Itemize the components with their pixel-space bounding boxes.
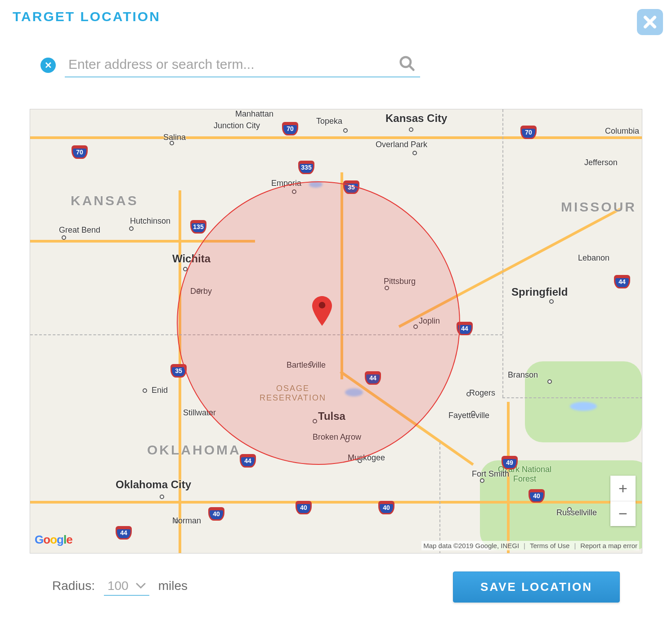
city-dot <box>129 226 134 231</box>
map-highway <box>30 501 642 504</box>
radius-select[interactable]: 100 <box>104 579 149 596</box>
shield-i40: 40 <box>529 489 545 503</box>
city-russellville: Russellville <box>556 508 597 518</box>
city-jefferson: Jefferson <box>584 158 618 167</box>
city-fort-smith: Fort Smith <box>472 469 509 479</box>
city-dot <box>160 495 164 499</box>
map-highway <box>30 136 642 139</box>
city-norman: Norman <box>172 516 201 526</box>
terms-link[interactable]: Terms of Use <box>530 542 569 549</box>
city-oklahoma-city: Oklahoma City <box>116 478 191 491</box>
state-label-missouri: MISSOUR <box>561 199 636 215</box>
city-manhattan: Manhattan <box>235 109 273 119</box>
city-springfield: Springfield <box>511 286 568 298</box>
radius-value: 100 <box>108 579 129 593</box>
city-dot <box>480 478 484 483</box>
close-button[interactable] <box>637 9 663 35</box>
clear-icon: ✕ <box>45 60 52 71</box>
city-dot <box>62 235 66 240</box>
radius-unit: miles <box>158 579 188 593</box>
city-branson: Branson <box>508 370 538 380</box>
shield-i44: 44 <box>240 454 256 468</box>
shield-i70: 70 <box>282 122 298 135</box>
city-overland-park: Overland Park <box>376 140 427 149</box>
city-dot <box>143 388 147 393</box>
close-icon <box>641 13 659 32</box>
chevron-down-icon <box>136 583 146 589</box>
city-hutchinson: Hutchinson <box>130 216 170 226</box>
dialog-title: TARGET LOCATION <box>9 9 161 24</box>
shield-i135: 135 <box>190 220 206 234</box>
svg-point-2 <box>319 302 326 309</box>
city-fayetteville: Fayetteville <box>448 411 489 420</box>
city-dot <box>409 127 413 132</box>
map-attribution: Map data ©2019 Google, INEGI | Terms of … <box>421 541 639 550</box>
city-columbia: Columbia <box>605 126 639 136</box>
shield-i40: 40 <box>208 507 224 521</box>
map-border <box>502 397 642 398</box>
shield-i70: 70 <box>520 126 537 139</box>
shield-i44: 44 <box>614 275 630 288</box>
report-error-link[interactable]: Report a map error <box>580 542 637 549</box>
city-junction-city: Junction City <box>214 121 260 130</box>
city-enid: Enid <box>152 386 168 395</box>
city-lebanon: Lebanon <box>578 253 609 263</box>
shield-i44: 44 <box>116 526 132 540</box>
search-icon[interactable] <box>399 55 416 74</box>
city-dot <box>547 379 552 384</box>
state-label-oklahoma: OKLAHOMA <box>147 442 241 458</box>
city-kansas-city: Kansas City <box>385 112 447 125</box>
city-topeka: Topeka <box>316 117 342 126</box>
location-pin-icon[interactable] <box>312 296 332 323</box>
city-great-bend: Great Bend <box>59 225 100 235</box>
shield-i40: 40 <box>378 501 394 514</box>
svg-line-1 <box>409 66 414 70</box>
zoom-controls: + − <box>610 476 636 526</box>
map-data-text: Map data ©2019 Google, INEGI <box>423 542 519 549</box>
shield-i49: 49 <box>502 456 518 469</box>
city-salina: Salina <box>163 133 186 142</box>
zoom-in-button[interactable]: + <box>610 476 636 501</box>
state-label-kansas: KANSAS <box>71 193 139 208</box>
shield-i40: 40 <box>296 501 312 514</box>
map[interactable]: KANSAS OKLAHOMA MISSOUR Ozark National F… <box>30 109 642 554</box>
zoom-out-button[interactable]: − <box>610 501 636 526</box>
city-dot <box>549 299 554 304</box>
city-rogers: Rogers <box>469 388 495 398</box>
shield-i70: 70 <box>72 145 88 159</box>
city-dot <box>412 151 417 155</box>
radius-label: Radius: <box>52 579 95 593</box>
search-input[interactable] <box>65 53 420 77</box>
shield-i335: 335 <box>298 161 314 174</box>
save-location-button[interactable]: SAVE LOCATION <box>453 572 620 603</box>
map-border <box>439 442 440 554</box>
map-border <box>502 109 503 397</box>
city-dot <box>343 128 348 133</box>
clear-search-button[interactable]: ✕ <box>40 58 56 73</box>
google-logo: Google <box>35 533 72 547</box>
map-water <box>570 402 597 411</box>
